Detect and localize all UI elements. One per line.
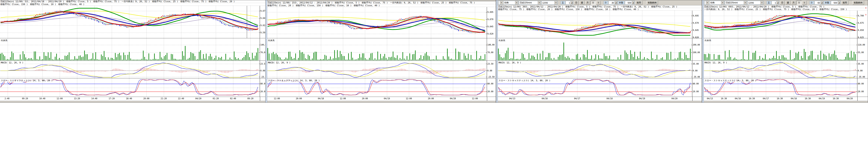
price-chart-axis: 9,6959,6709,6459,620 xyxy=(487,7,496,38)
stochastics-chart-axis: 80.0020.00 xyxy=(487,79,496,97)
stochastics-chart-section: スロー・ストキャスティクス( 14, 3, 80, 20 )80.0020.00 xyxy=(0,79,267,97)
period-minute-button[interactable]: 分 xyxy=(591,1,596,5)
market-select[interactable]: 先物▼ xyxy=(709,1,724,5)
spinner-button-icon[interactable]: ◢ xyxy=(632,1,634,4)
axis-label: 9,700 xyxy=(858,14,864,17)
market-select[interactable]: 先物▼ xyxy=(503,1,518,5)
macd-chart-section: MACD( 12, 26, 9 )35.000.00-35.00 xyxy=(498,61,702,79)
mdi-workspace: 日経225mini 12/06( 5分, 2012/04/18 - 2012/0… xyxy=(0,0,868,154)
stochastics-label: スロー・ストキャスティクス( 14, 3, 80, 20 ) xyxy=(268,79,320,82)
spinner-button-icon[interactable]: ◢ xyxy=(838,1,840,4)
window-bottom-edge xyxy=(704,101,868,102)
axis-label: 9,695 xyxy=(487,11,493,13)
volume-chart[interactable] xyxy=(704,38,857,61)
macd-chart[interactable] xyxy=(0,61,260,78)
volume-chart[interactable] xyxy=(498,38,692,61)
period-week-button[interactable]: 週 xyxy=(580,1,584,5)
window-left-edge[interactable] xyxy=(496,0,498,102)
period-tick-button[interactable]: T xyxy=(596,1,600,5)
volume-chart[interactable] xyxy=(0,38,260,61)
time-label: 22:40 xyxy=(178,97,184,100)
minutes-spinner[interactable]: 30◢ xyxy=(609,1,617,5)
apply-button[interactable]: 適用 xyxy=(841,1,848,5)
axis-label: 20.00 xyxy=(487,90,493,93)
chevron-down-icon[interactable]: ▼ xyxy=(721,1,724,4)
period-day-button[interactable]: 日 xyxy=(574,1,579,5)
apply-button[interactable]: 適用 xyxy=(635,1,642,5)
price-down-arrow-icon[interactable]: ↓ xyxy=(865,13,868,16)
symbol-select[interactable]: 日経225mini▼ xyxy=(519,1,541,5)
chevron-down-icon[interactable]: ▼ xyxy=(744,1,747,4)
market-select-value: 先物 xyxy=(504,1,515,4)
chevron-down-icon[interactable]: ▼ xyxy=(554,1,557,4)
time-label: 04/16 xyxy=(542,97,548,100)
chart-window-2: 日経225mini 12/06( 15分, 2012/04/12 - 2012/… xyxy=(265,0,496,103)
chevron-down-icon[interactable]: ▼ xyxy=(500,1,503,4)
spinner-button-icon[interactable]: ◢ xyxy=(776,1,779,4)
spinner-button-icon[interactable]: ◢ xyxy=(570,1,573,4)
axis-label: 20.00 xyxy=(858,90,864,93)
time-label: 04/18 xyxy=(318,97,324,100)
axis-label: 9,645 xyxy=(693,29,699,31)
period-month-button[interactable]: 月 xyxy=(791,1,796,5)
period-week-button[interactable]: 週 xyxy=(785,1,790,5)
period-minute-button[interactable]: 分 xyxy=(797,1,802,5)
time-label: 04/17 xyxy=(574,97,580,100)
time-axis: 04/1316:3004/1616:3004/1716:3004/1816:30… xyxy=(704,97,868,101)
price-chart[interactable] xyxy=(267,7,487,38)
window-left-edge[interactable] xyxy=(266,0,267,102)
price-chart-section: 9,6709,6459,6209,595 xyxy=(0,6,267,38)
time-label: 20:00 xyxy=(296,97,302,100)
axis-label: 140,00 xyxy=(487,44,495,46)
spinner-button-icon[interactable]: ◢ xyxy=(615,1,617,4)
chart-toolbar: ▼先物▼日経225mini▼12/06▼足1◢日週月分T分30◢本数500◢適用… xyxy=(498,0,702,5)
collapse-select[interactable]: ▼ xyxy=(704,1,709,5)
period-month-button[interactable]: 月 xyxy=(585,1,590,5)
volume-chart-axis: 140,0070,00 xyxy=(487,38,496,61)
symbol-select[interactable]: 日経225mini▼ xyxy=(725,1,747,5)
macd-chart[interactable] xyxy=(267,61,487,78)
axis-label: 55,00 xyxy=(858,51,864,54)
price-chart[interactable] xyxy=(0,6,260,38)
macd-label: MACD( 12, 26, 9 ) xyxy=(1,61,24,64)
volume-label: 出来高 xyxy=(705,39,711,42)
multi-symbol-button[interactable]: 複数銘柄 xyxy=(646,1,658,5)
volume-chart-axis: 200,00100,00 xyxy=(692,38,702,61)
chart-header: 日経225mini 12/06( 30分, 2012/04/12 - 2012/… xyxy=(498,5,702,11)
multi-symbol-button[interactable]: 複数銘柄 xyxy=(852,1,864,5)
volume-chart[interactable] xyxy=(267,38,487,61)
price-chart-section: 9,7009,6759,6509,625 xyxy=(704,11,868,38)
chart-toolbar: ▼先物▼日経225mini▼12/06▼足1◢日週月分T分60◢本数500◢適用… xyxy=(704,0,868,5)
axis-label: 9,620 xyxy=(487,33,493,35)
symbol-select-value: 日経225mini xyxy=(519,1,538,4)
price-chart-section: 9,6959,6709,6459,620 xyxy=(267,7,496,38)
time-label: 04/18 xyxy=(791,97,797,100)
contract-select[interactable]: 12/06▼ xyxy=(747,1,764,5)
macd-chart-section: MACD( 12, 26, 9 )23.500.00-23.50 xyxy=(267,61,496,79)
time-label: 16:30 xyxy=(721,97,727,100)
axis-label: -35.00 xyxy=(858,76,865,78)
bar-unit-spinner[interactable]: 1◢ xyxy=(772,1,779,5)
price-down-arrow-icon[interactable]: ↓ xyxy=(865,6,868,9)
bar-unit-spinner[interactable]: 1◢ xyxy=(565,1,573,5)
time-label: 20:00 xyxy=(144,97,149,100)
spinner-button-icon[interactable]: ◢ xyxy=(820,1,823,4)
price-chart[interactable] xyxy=(704,11,857,38)
minutes-spinner[interactable]: 60◢ xyxy=(814,1,823,5)
chevron-down-icon[interactable]: ▼ xyxy=(760,1,763,4)
contract-select[interactable]: 12/06▼ xyxy=(541,1,558,5)
collapse-select[interactable]: ▼ xyxy=(498,1,503,5)
time-axis: 2:4009:2010:4012:0013:2014:4017:2018:402… xyxy=(0,97,267,101)
bar-count-spinner[interactable]: 500◢ xyxy=(625,1,634,5)
period-day-button[interactable]: 日 xyxy=(780,1,785,5)
price-chart[interactable] xyxy=(498,11,692,38)
period-tick-button[interactable]: T xyxy=(802,1,806,5)
chevron-down-icon[interactable]: ▼ xyxy=(515,1,518,4)
macd-chart[interactable] xyxy=(498,61,692,78)
time-label: 04/18 xyxy=(607,97,613,100)
chevron-down-icon[interactable]: ▼ xyxy=(538,1,541,4)
bar-count-spinner[interactable]: 500◢ xyxy=(831,1,840,5)
window-left-edge[interactable] xyxy=(702,0,704,102)
chevron-down-icon[interactable]: ▼ xyxy=(706,1,709,4)
price-chart-axis: 9,6959,6709,6459,620 xyxy=(692,11,702,38)
